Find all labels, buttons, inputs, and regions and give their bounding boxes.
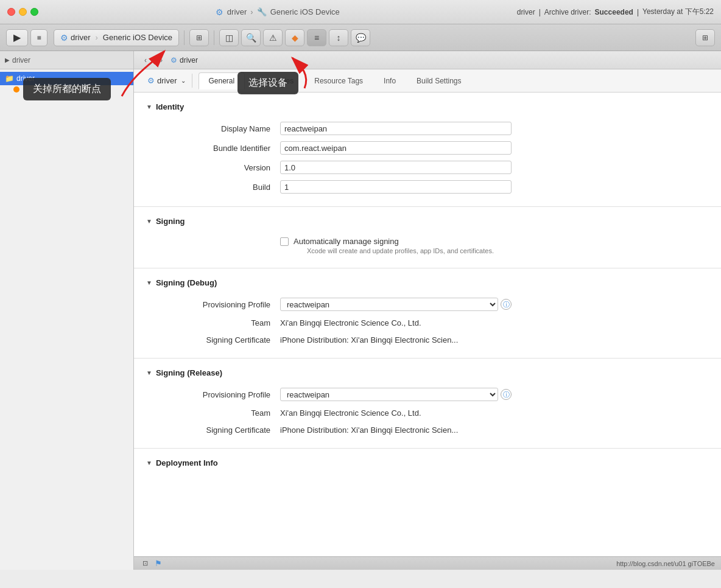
release-team-label: Team <box>146 408 280 418</box>
debug-provisioning-select[interactable]: reactweipan <box>280 298 498 311</box>
target-bar: ⚙ driver ⌄ General Capabilities Resource… <box>134 69 721 93</box>
build-input[interactable] <box>280 180 512 194</box>
auto-signing-checkbox[interactable] <box>280 237 289 246</box>
auto-signing-desc: Xcode will create and update profiles, a… <box>294 246 494 254</box>
debug-team-row: Team Xi'an Bingqi Electronic Science Co.… <box>134 314 721 331</box>
bundle-id-label: Bundle Identifier <box>146 144 280 153</box>
signing-release-triangle-icon: ▼ <box>146 369 152 376</box>
chat-button[interactable]: 💬 <box>351 29 370 46</box>
tab-build-settings[interactable]: Build Settings <box>407 72 471 89</box>
archive-time: Yesterday at 下午5:22 <box>642 7 714 17</box>
auto-signing-label: Automatically manage signing <box>294 237 494 246</box>
version-row: Version <box>134 158 721 177</box>
statusbar-down-icon: ⊡ <box>140 559 150 569</box>
tab-general-label: General <box>209 77 235 85</box>
nav-bar: ‹ › ⚙ driver <box>134 51 721 69</box>
release-cert-text: iPhone Distribution: Xi'an Bingqi Electr… <box>280 425 458 435</box>
debug-provisioning-label: Provisioning Profile <box>146 300 280 309</box>
sidebar-header: ▶ driver <box>0 51 133 69</box>
scheme-button-right[interactable]: ⊞ <box>695 29 715 46</box>
breakpoint-annotation-text: 关掉所都的断点 <box>23 78 111 100</box>
tab-build-settings-label: Build Settings <box>417 77 461 85</box>
release-provisioning-info-button[interactable]: ⓘ <box>501 389 512 400</box>
bundle-id-input[interactable] <box>280 141 512 155</box>
release-provisioning-label: Provisioning Profile <box>146 390 280 399</box>
scheme-label: driver <box>71 33 91 42</box>
archive-pipe: | <box>539 8 541 16</box>
archive-driver-label: driver <box>517 8 535 16</box>
debug-provisioning-field: reactweipan ⓘ <box>280 298 512 311</box>
release-cert-row: Signing Certificate iPhone Distribution:… <box>134 421 721 438</box>
nav-back-button[interactable]: ‹ <box>139 54 152 66</box>
signing-section-header: ▼ Signing <box>134 217 721 233</box>
version-value[interactable] <box>280 161 512 174</box>
navigator-toggle-button[interactable]: ◫ <box>219 29 239 46</box>
deployment-section-title: Deployment Info <box>156 458 218 467</box>
target-icon-title: 🔧 <box>257 7 267 16</box>
grid-view-button[interactable]: ⊞ <box>189 29 209 46</box>
release-cert-label: Signing Certificate <box>146 425 280 435</box>
debug-provisioning-row: Provisioning Profile reactweipan ⓘ <box>134 295 721 314</box>
tab-info[interactable]: Info <box>374 72 406 89</box>
breakpoint-list-button[interactable]: ≡ <box>307 29 326 46</box>
scheme-target-label: Generic iOS Device <box>103 33 172 42</box>
nav-breadcrumb: ⚙ driver <box>171 56 198 65</box>
identity-triangle-icon: ▼ <box>146 103 152 110</box>
settings-content: ▼ Identity Display Name Bundle Identifie… <box>134 93 721 556</box>
deployment-section-header: ▼ Deployment Info <box>134 458 721 475</box>
target-selector[interactable]: ⚙ driver ⌄ <box>141 74 192 88</box>
sidebar: ▶ driver 📁 driver <box>0 51 134 570</box>
signing-triangle-icon: ▼ <box>146 218 152 225</box>
signing-release-section-title: Signing (Release) <box>156 368 222 377</box>
content-area: ‹ › ⚙ driver ⚙ driver ⌄ General Capabili… <box>134 51 721 570</box>
debug-cert-value: iPhone Distribution: Xi'an Bingqi Electr… <box>280 335 512 345</box>
version-input[interactable] <box>280 161 512 174</box>
maximize-button[interactable] <box>30 8 38 16</box>
identity-section-title: Identity <box>156 102 184 111</box>
tab-resource-tags-label: Resource Tags <box>314 77 363 85</box>
stop-button[interactable]: ■ <box>30 29 47 46</box>
archive-status: Succeeded <box>595 8 633 16</box>
display-name-value[interactable] <box>280 122 512 135</box>
bundle-id-value[interactable] <box>280 141 512 155</box>
version-label: Version <box>146 163 280 172</box>
statusbar: ⊡ ⚑ http://blog.csdn.net/u01 giTOEBe <box>134 556 721 570</box>
titlebar-center: ⚙ driver › 🔧 Generic iOS Device <box>43 7 512 17</box>
close-button[interactable] <box>7 8 15 16</box>
deployment-section: ▼ Deployment Info <box>134 449 721 485</box>
toolbar-sep-1 <box>184 30 185 45</box>
breakpoint-annotation: 关掉所都的断点 <box>18 78 111 100</box>
jump-button[interactable]: ↕ <box>329 29 348 46</box>
debug-team-value: Xi'an Bingqi Electronic Science Co., Ltd… <box>280 318 512 327</box>
target-selector-label: driver <box>157 76 177 85</box>
debug-provisioning-info-button[interactable]: ⓘ <box>501 299 512 310</box>
main-layout: ▶ driver 📁 driver ‹ › ⚙ driver ⚙ driver <box>0 51 721 570</box>
target-name: Generic iOS Device <box>270 7 340 16</box>
display-name-input[interactable] <box>280 122 512 135</box>
breakpoint-diamond-button[interactable]: ◆ <box>285 29 304 46</box>
signing-section: ▼ Signing Automatically manage signing X… <box>134 207 721 268</box>
identity-section-header: ▼ Identity <box>134 102 721 119</box>
warning-button[interactable]: ⚠ <box>263 29 283 46</box>
project-name[interactable]: driver <box>227 7 247 16</box>
signing-release-section-header: ▼ Signing (Release) <box>134 368 721 385</box>
nav-breadcrumb-label: driver <box>180 56 198 65</box>
bundle-id-row: Bundle Identifier <box>134 138 721 158</box>
xcode-icon-title: ⚙ <box>216 7 223 17</box>
auto-signing-row: Automatically manage signing Xcode will … <box>134 233 721 258</box>
archive-time-pipe: | <box>637 8 639 16</box>
build-value[interactable] <box>280 180 512 194</box>
release-provisioning-select[interactable]: reactweipan <box>280 388 498 401</box>
scheme-selector[interactable]: ⚙ driver › Generic iOS Device <box>54 29 179 46</box>
find-button[interactable]: 🔍 <box>241 29 261 46</box>
tab-resource-tags[interactable]: Resource Tags <box>304 72 373 89</box>
run-button[interactable]: ▶ <box>6 29 28 46</box>
display-name-row: Display Name <box>134 119 721 138</box>
signing-debug-section-title: Signing (Debug) <box>156 278 217 287</box>
deployment-triangle-icon: ▼ <box>146 460 152 466</box>
debug-team-text: Xi'an Bingqi Electronic Science Co., Ltd… <box>280 318 421 327</box>
nav-forward-button[interactable]: › <box>155 54 168 66</box>
sidebar-chevron-icon: ▶ <box>5 57 10 63</box>
device-annotation-text: 选择设备 <box>237 72 298 94</box>
minimize-button[interactable] <box>19 8 27 16</box>
